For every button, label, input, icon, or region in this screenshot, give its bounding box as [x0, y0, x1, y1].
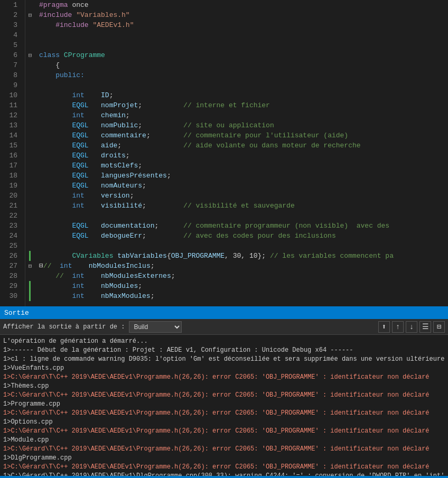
- collapse-icon-27[interactable]: ⊟: [29, 263, 32, 269]
- sortie-line-11: 1>Module.cpp: [3, 436, 445, 445]
- sortie-line-5: 1>Thèmes.cpp: [3, 382, 445, 391]
- code-line-28: // int nbModulesExternes;: [39, 271, 448, 281]
- toolbar-btn-2[interactable]: ↑: [392, 321, 404, 333]
- sortie-line-12: 1>C:\Gérard\T\C++ 2019\AEDE\AEDEv1\Progr…: [3, 445, 445, 454]
- toolbar-btn-5[interactable]: ⊟: [433, 321, 445, 333]
- code-line-6: class CProgramme: [39, 50, 448, 60]
- code-line-18: EQGL languesPrésentes;: [39, 171, 448, 181]
- code-line-3: #include "AEDEv1.h": [39, 20, 448, 30]
- sortie-toolbar: Afficher la sortie à partir de : Build D…: [0, 319, 448, 335]
- code-line-27: ⊟// int nbModulesInclus;: [39, 261, 448, 271]
- code-line-20: int version;: [39, 191, 448, 201]
- code-line-7: {: [39, 60, 448, 70]
- code-content[interactable]: #pragma once #include "Variables.h" #inc…: [35, 0, 448, 306]
- code-line-14: EQGL commentaire; // commentaire pour l'…: [39, 130, 448, 140]
- status-tab-symbol-search[interactable]: Résultats de la recherche de symbole: [44, 476, 189, 478]
- sortie-line-15: 1>C:\Gérard\T\C++ 2019\AEDE\AEDEv1\DlgPr…: [3, 472, 445, 476]
- code-line-26: CVari­ables tabVariables{OBJ_PROGRAMME, …: [39, 251, 448, 261]
- code-line-12: int chemin;: [39, 110, 448, 120]
- status-tab-sortie[interactable]: Sortie: [4, 476, 35, 478]
- code-line-16: EQGL droits;: [39, 151, 448, 161]
- code-line-17: EQGL motsClefs;: [39, 161, 448, 171]
- sortie-header: Sortie: [0, 306, 448, 319]
- sortie-line-0: L'opération de génération a démarré...: [3, 337, 445, 346]
- code-line-2: #include "Variables.h": [39, 10, 448, 20]
- sortie-line-6: 1>C:\Gérard\T\C++ 2019\AEDE\AEDEv1\Progr…: [3, 391, 445, 400]
- sortie-filter-label: Afficher la sortie à partir de :: [3, 323, 125, 331]
- sortie-line-13: 1>DlgProgramme.cpp: [3, 454, 445, 463]
- code-line-4: [39, 30, 448, 40]
- sortie-source-dropdown[interactable]: Build Debug General: [129, 321, 182, 333]
- toolbar-btn-1[interactable]: ⬆: [378, 321, 390, 333]
- sortie-panel: Sortie Afficher la sortie à partir de : …: [0, 306, 448, 476]
- code-line-8: public:: [39, 70, 448, 80]
- code-line-25: [39, 241, 448, 251]
- code-line-22: [39, 211, 448, 221]
- code-line-23: EQGL documentation; // commentaire progr…: [39, 221, 448, 231]
- code-line-10: int ID;: [39, 90, 448, 100]
- code-line-29: int nbModules;: [39, 281, 448, 291]
- sortie-output: L'opération de génération a démarré... 1…: [0, 335, 448, 476]
- code-line-30: int nbMaxModules;: [39, 291, 448, 301]
- sortie-line-3: 1>VueEnfants.cpp: [3, 364, 445, 373]
- sortie-line-2: 1>cl : ligne de commande warning D9035: …: [3, 355, 445, 364]
- sortie-line-8: 1>C:\Gérard\T\C++ 2019\AEDE\AEDEv1\Progr…: [3, 409, 445, 418]
- code-line-24: EQGL debogueErr; // avec des codes pour …: [39, 231, 448, 241]
- gutter-area: ⊟ ⊟: [25, 0, 35, 306]
- code-line-9: [39, 80, 448, 90]
- sortie-line-7: 1>Programme.cpp: [3, 400, 445, 409]
- code-line-15: EQGL aide; // aide volante ou dans moteu…: [39, 140, 448, 151]
- sortie-line-4: 1>C:\Gérard\T\C++ 2019\AEDE\AEDEv1\Progr…: [3, 373, 445, 382]
- code-line-19: EQGL nomAuteurs;: [39, 181, 448, 191]
- collapse-icon-2[interactable]: ⊟: [29, 12, 32, 18]
- sortie-line-9: 1>Options.cpp: [3, 418, 445, 427]
- toolbar-btn-3[interactable]: ↓: [406, 321, 417, 333]
- sortie-line-14: 1>C:\Gérard\T\C++ 2019\AEDE\AEDEv1\Progr…: [3, 463, 445, 472]
- line-numbers: 1 2 3 4 5 6 7 8 9 10 11 12 13 14 15 16 1…: [0, 0, 25, 306]
- code-line-1: #pragma once: [39, 0, 448, 10]
- collapse-icon-6[interactable]: ⊟: [29, 52, 32, 59]
- toolbar-btn-4[interactable]: ☰: [419, 321, 431, 333]
- code-line-11: EQGL nomProjet; // interne et fichier: [39, 100, 448, 110]
- sortie-title: Sortie: [4, 309, 29, 317]
- status-bar: Sortie Résultats de la recherche de symb…: [0, 476, 448, 478]
- code-line-13: EQGL nomPublic; // site ou application: [39, 120, 448, 130]
- sortie-line-1: 1>------ Début de la génération : Projet…: [3, 346, 445, 355]
- code-line-21: int visibilité; // visibilité et sauvega…: [39, 201, 448, 211]
- sortie-line-10: 1>C:\Gérard\T\C++ 2019\AEDE\AEDEv1\Progr…: [3, 427, 445, 436]
- code-line-5: [39, 40, 448, 50]
- code-editor[interactable]: 1 2 3 4 5 6 7 8 9 10 11 12 13 14 15 16 1…: [0, 0, 448, 306]
